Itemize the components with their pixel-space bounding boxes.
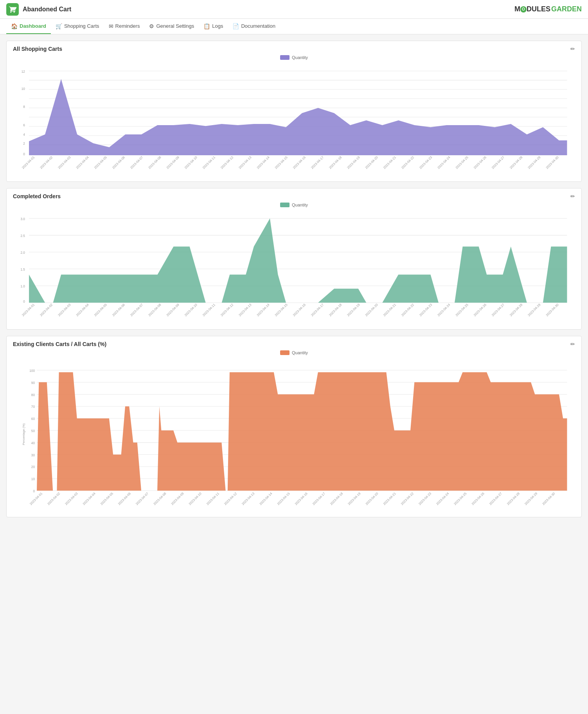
nav-label-general-settings: General Settings bbox=[156, 23, 194, 29]
nav-item-reminders[interactable]: ✉ Reminders bbox=[104, 19, 145, 34]
svg-text:2023-04-22: 2023-04-22 bbox=[401, 156, 415, 170]
svg-text:30: 30 bbox=[31, 453, 35, 457]
svg-text:12: 12 bbox=[22, 70, 25, 74]
svg-text:2023-04-30: 2023-04-30 bbox=[545, 303, 559, 317]
svg-text:2023-04-16: 2023-04-16 bbox=[292, 303, 306, 317]
gear-icon: ⚙ bbox=[149, 23, 154, 29]
nav-item-shopping-carts[interactable]: 🛒 Shopping Carts bbox=[51, 19, 104, 34]
chart2-svg: 3.0 2.5 2.0 1.5 1.0 0 2023-04-01 2023-04… bbox=[13, 210, 575, 323]
svg-text:2023-04-01: 2023-04-01 bbox=[29, 492, 43, 506]
main-content: All Shopping Carts ✏ Quantity 12 bbox=[0, 34, 588, 524]
chart3-y-label: Percentage (%) bbox=[22, 423, 25, 445]
nav-label-reminders: Reminders bbox=[115, 23, 140, 29]
logs-icon: 📋 bbox=[203, 23, 210, 29]
svg-text:2023-04-17: 2023-04-17 bbox=[310, 303, 324, 317]
chart3-title: Existing Clients Carts / All Carts (%) bbox=[13, 341, 106, 347]
app-title: Abandoned Cart bbox=[23, 6, 71, 13]
svg-text:2023-04-05: 2023-04-05 bbox=[94, 303, 108, 317]
svg-text:2023-04-20: 2023-04-20 bbox=[365, 156, 379, 170]
svg-text:2023-04-13: 2023-04-13 bbox=[238, 303, 252, 317]
nav-label-shopping-carts: Shopping Carts bbox=[64, 23, 99, 29]
nav-item-dashboard[interactable]: 🏠 Dashboard bbox=[6, 19, 51, 34]
svg-text:2023-04-03: 2023-04-03 bbox=[58, 156, 72, 170]
svg-text:1.5: 1.5 bbox=[20, 268, 25, 271]
svg-text:10: 10 bbox=[31, 477, 35, 481]
chart1-edit-button[interactable]: ✏ bbox=[570, 46, 575, 52]
chart1-legend-label: Quantity bbox=[292, 55, 308, 60]
header: Abandoned Cart M O DULES GARDEN bbox=[0, 0, 588, 19]
chart1-area: 12 10 8 6 4 2 0 2023-04-01 2023-04-02 20… bbox=[13, 63, 575, 175]
svg-text:2023-04-16: 2023-04-16 bbox=[292, 156, 306, 170]
svg-text:2023-04-25: 2023-04-25 bbox=[455, 156, 469, 170]
svg-text:2023-04-01: 2023-04-01 bbox=[21, 156, 35, 170]
svg-text:0: 0 bbox=[23, 300, 25, 303]
svg-text:2023-04-16: 2023-04-16 bbox=[294, 492, 308, 506]
svg-text:20: 20 bbox=[31, 465, 35, 469]
chart3-header: Existing Clients Carts / All Carts (%) ✏ bbox=[13, 341, 575, 347]
svg-text:2023-04-20: 2023-04-20 bbox=[365, 492, 379, 506]
svg-text:80: 80 bbox=[31, 393, 35, 396]
svg-text:2023-04-08: 2023-04-08 bbox=[148, 156, 162, 170]
svg-text:2023-04-02: 2023-04-02 bbox=[39, 303, 53, 317]
svg-text:2023-04-30: 2023-04-30 bbox=[541, 492, 556, 506]
nav-item-logs[interactable]: 📋 Logs bbox=[199, 19, 228, 34]
svg-text:2023-04-08: 2023-04-08 bbox=[153, 492, 167, 506]
svg-text:2023-04-17: 2023-04-17 bbox=[312, 492, 326, 506]
chart3-area: Percentage (%) 100 90 80 70 6 bbox=[13, 358, 575, 511]
home-icon: 🏠 bbox=[11, 23, 18, 29]
svg-text:2023-04-24: 2023-04-24 bbox=[437, 156, 451, 170]
svg-text:2023-04-14: 2023-04-14 bbox=[256, 303, 270, 317]
svg-text:2023-04-08: 2023-04-08 bbox=[148, 303, 162, 317]
logo: M O DULES GARDEN bbox=[514, 5, 582, 13]
svg-text:2023-04-10: 2023-04-10 bbox=[184, 156, 198, 170]
svg-text:2023-04-09: 2023-04-09 bbox=[166, 156, 180, 170]
svg-text:2023-04-23: 2023-04-23 bbox=[419, 303, 433, 317]
svg-text:2023-04-21: 2023-04-21 bbox=[383, 492, 397, 506]
chart2-title: Completed Orders bbox=[13, 193, 61, 199]
svg-text:2023-04-15: 2023-04-15 bbox=[274, 156, 288, 170]
svg-text:2023-04-28: 2023-04-28 bbox=[509, 156, 523, 170]
svg-text:2023-04-07: 2023-04-07 bbox=[129, 303, 144, 317]
svg-text:0: 0 bbox=[23, 152, 25, 156]
svg-text:70: 70 bbox=[31, 405, 35, 409]
svg-text:2023-04-14: 2023-04-14 bbox=[256, 156, 270, 170]
nav-item-general-settings[interactable]: ⚙ General Settings bbox=[144, 19, 199, 34]
svg-text:2023-04-19: 2023-04-19 bbox=[347, 303, 361, 317]
doc-icon: 📄 bbox=[232, 23, 239, 29]
chart2-legend-color bbox=[280, 203, 290, 207]
chart3-svg: 100 90 80 70 60 50 40 30 20 10 0 2023-04… bbox=[21, 358, 575, 511]
svg-text:40: 40 bbox=[31, 441, 35, 445]
svg-text:2023-04-23: 2023-04-23 bbox=[419, 156, 433, 170]
svg-text:2023-04-07: 2023-04-07 bbox=[129, 156, 144, 170]
chart1-legend: Quantity bbox=[13, 55, 575, 60]
chart-card-completed-orders: Completed Orders ✏ Quantity 3.0 2.5 2.0 … bbox=[6, 188, 582, 329]
chart3-edit-button[interactable]: ✏ bbox=[570, 341, 575, 347]
svg-text:2023-04-18: 2023-04-18 bbox=[328, 156, 342, 170]
svg-text:2023-04-12: 2023-04-12 bbox=[220, 156, 234, 170]
svg-text:2023-04-29: 2023-04-29 bbox=[524, 492, 538, 506]
svg-text:2023-04-19: 2023-04-19 bbox=[347, 156, 361, 170]
svg-text:2023-04-06: 2023-04-06 bbox=[111, 303, 126, 317]
svg-text:2023-04-09: 2023-04-09 bbox=[166, 303, 180, 317]
chart1-title: All Shopping Carts bbox=[13, 46, 62, 52]
chart1-svg: 12 10 8 6 4 2 0 2023-04-01 2023-04-02 20… bbox=[13, 63, 575, 175]
svg-text:2023-04-22: 2023-04-22 bbox=[401, 303, 415, 317]
svg-text:2023-04-03: 2023-04-03 bbox=[58, 303, 72, 317]
cart-icon: 🛒 bbox=[56, 23, 62, 29]
svg-text:2023-04-21: 2023-04-21 bbox=[383, 303, 397, 317]
svg-text:2023-04-04: 2023-04-04 bbox=[82, 492, 96, 506]
svg-text:2023-04-26: 2023-04-26 bbox=[471, 492, 485, 506]
svg-text:2023-04-05: 2023-04-05 bbox=[100, 492, 114, 506]
chart2-area: 3.0 2.5 2.0 1.5 1.0 0 2023-04-01 2023-04… bbox=[13, 210, 575, 323]
chart2-edit-button[interactable]: ✏ bbox=[570, 193, 575, 199]
svg-text:2023-04-04: 2023-04-04 bbox=[76, 156, 90, 170]
nav-label-logs: Logs bbox=[212, 23, 223, 29]
svg-text:2023-04-04: 2023-04-04 bbox=[76, 303, 90, 317]
svg-text:2023-04-15: 2023-04-15 bbox=[274, 303, 288, 317]
nav-item-documentation[interactable]: 📄 Documentation bbox=[228, 19, 280, 34]
svg-text:50: 50 bbox=[31, 429, 35, 433]
chart1-header: All Shopping Carts ✏ bbox=[13, 46, 575, 52]
svg-text:2023-04-13: 2023-04-13 bbox=[238, 156, 252, 170]
svg-text:2023-04-18: 2023-04-18 bbox=[329, 492, 343, 506]
svg-text:4: 4 bbox=[23, 133, 25, 136]
